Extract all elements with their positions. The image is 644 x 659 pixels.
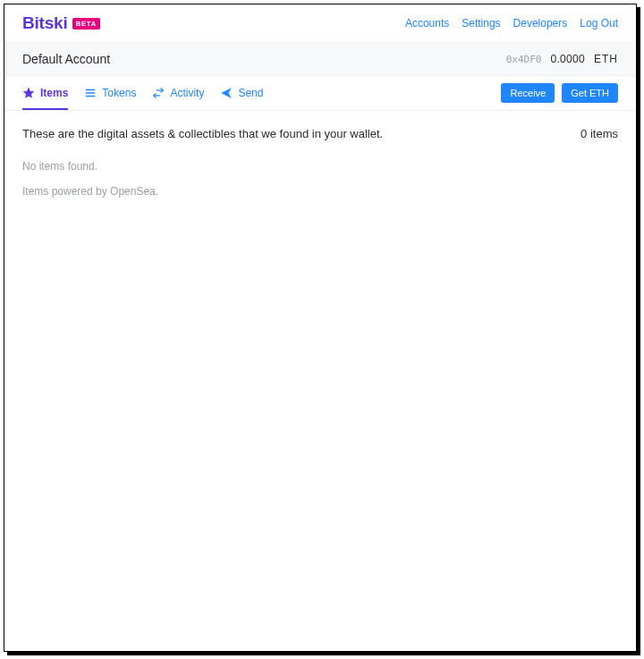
beta-badge: BETA (72, 18, 100, 30)
items-description: These are the digital assets & collectib… (22, 127, 383, 140)
content: These are the digital assets & collectib… (4, 111, 636, 651)
items-count: 0 items (580, 127, 618, 140)
tab-row: Items Tokens Activity Send (4, 76, 636, 111)
description-row: These are the digital assets & collectib… (22, 127, 618, 140)
tab-activity[interactable]: Activity (152, 76, 204, 110)
account-bar: Default Account 0x4DF0 0.0000 ETH (4, 42, 636, 76)
nav-developers[interactable]: Developers (513, 17, 568, 30)
nav-accounts[interactable]: Accounts (405, 17, 449, 30)
account-unit: ETH (594, 53, 618, 65)
tab-send-label: Send (238, 87, 263, 99)
empty-state: No items found. (22, 160, 618, 173)
topbar: Bitski BETA Accounts Settings Developers… (4, 4, 636, 42)
app-frame: Bitski BETA Accounts Settings Developers… (4, 4, 637, 652)
get-eth-button[interactable]: Get ETH (562, 83, 618, 103)
tab-items[interactable]: Items (22, 76, 68, 110)
star-icon (22, 87, 35, 99)
brand-name: Bitski (22, 13, 68, 33)
account-meta: 0x4DF0 0.0000 ETH (506, 53, 618, 65)
brand: Bitski BETA (22, 13, 100, 33)
tab-activity-label: Activity (170, 87, 204, 99)
nav-logout[interactable]: Log Out (580, 17, 618, 30)
tabs: Items Tokens Activity Send (22, 76, 263, 110)
svg-marker-0 (23, 88, 34, 97)
list-icon (84, 87, 97, 99)
tab-tokens-label: Tokens (102, 87, 136, 99)
tab-actions: Receive Get ETH (501, 76, 618, 110)
powered-by: Items powered by OpenSea. (22, 185, 618, 198)
share-icon (220, 87, 233, 99)
top-nav: Accounts Settings Developers Log Out (405, 17, 618, 30)
tab-send[interactable]: Send (220, 76, 263, 110)
swap-icon (152, 87, 165, 99)
account-address: 0x4DF0 (506, 54, 542, 65)
nav-settings[interactable]: Settings (462, 17, 500, 30)
receive-button[interactable]: Receive (501, 83, 555, 103)
account-name: Default Account (22, 52, 110, 66)
tab-items-label: Items (40, 87, 68, 99)
account-balance: 0.0000 (550, 53, 585, 65)
tab-tokens[interactable]: Tokens (84, 76, 136, 110)
